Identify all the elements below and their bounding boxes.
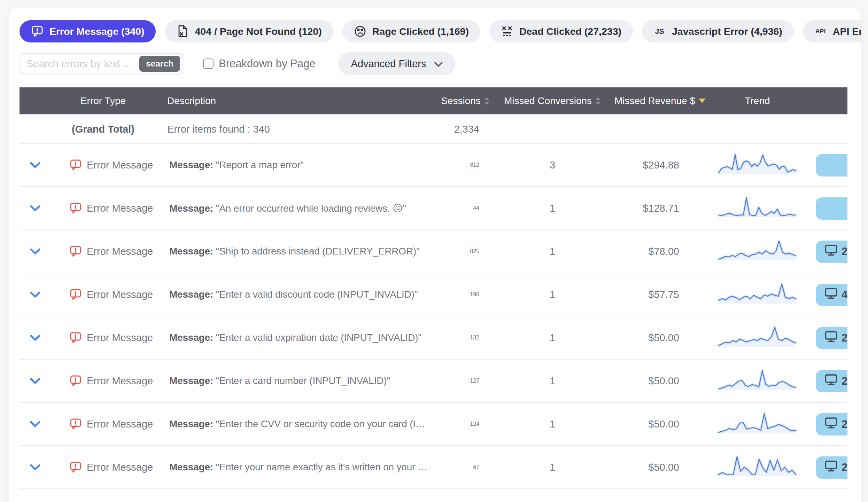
message-label: Message:: [169, 418, 213, 429]
message-text: "Enter a valid discount code (INPUT_INVA…: [216, 289, 418, 300]
expand-row-chevron-icon[interactable]: [30, 421, 41, 428]
filter-chip[interactable]: API API Error (7,598): [803, 20, 861, 42]
errors-table: Error Type Description Sessions Missed C…: [20, 87, 847, 489]
column-header-missed-conversions[interactable]: Missed Conversions: [504, 95, 601, 107]
error-description: Message: "Enter your name exactly as it’…: [155, 462, 431, 473]
expand-row-chevron-icon[interactable]: [30, 248, 41, 255]
trend-cell: [706, 187, 847, 229]
trend-sparkline: [717, 326, 797, 350]
error-type-label: Error Message: [87, 332, 153, 344]
table-controls: search Breakdown by Page Advanced Filter…: [20, 52, 861, 75]
message-text: "Enter your name exactly as it’s written…: [216, 462, 431, 472]
message-text: "Enter a card number (INPUT_INVALID)": [216, 375, 390, 386]
error-bubble-icon: [70, 289, 82, 300]
filter-chip[interactable]: 404 / Page Not Found (120): [165, 20, 333, 42]
column-header-missed-revenue[interactable]: Missed Revenue $: [614, 95, 706, 107]
sessions-value: 825: [470, 248, 500, 254]
device-share-percent: 24%: [842, 332, 847, 344]
error-bubble-icon: [70, 245, 82, 257]
message-label: Message:: [169, 159, 213, 170]
device-share-percent: 4: [842, 289, 847, 301]
breakdown-checkbox[interactable]: [203, 58, 214, 69]
missed-revenue-value: $50.00: [648, 332, 706, 344]
trend-cell: 25%: [706, 360, 847, 402]
expand-row-chevron-icon[interactable]: [30, 291, 41, 298]
sessions-value: 124: [470, 421, 500, 427]
missed-conversions-value: 1: [550, 203, 555, 214]
message-label: Message:: [169, 289, 213, 300]
missed-revenue-value: $78.00: [648, 246, 706, 257]
desktop-icon: [824, 287, 838, 303]
trend-cell: 25%: [706, 403, 847, 445]
device-share-badge: 24%: [816, 327, 847, 349]
error-bubble-icon: [70, 461, 82, 473]
sessions-value: 312: [470, 162, 500, 168]
sort-desc-icon: [699, 99, 706, 103]
error-type-label: Error Message: [87, 203, 153, 214]
device-share-badge: 4: [816, 284, 847, 306]
device-share-badge: 29%: [816, 241, 847, 263]
grand-total-sessions: 2,334: [454, 124, 500, 135]
advanced-filters-button[interactable]: Advanced Filters: [338, 52, 455, 75]
trend-sparkline: [717, 283, 797, 306]
expand-row-chevron-icon[interactable]: [30, 205, 41, 212]
filter-chip[interactable]: Dead Clicked (27,233): [489, 20, 633, 42]
filter-chip-label: 404 / Page Not Found (120): [195, 26, 321, 37]
grand-total-label: (Grand Total): [72, 124, 134, 135]
table-row: Error Message Message: "Report a map err…: [20, 144, 847, 187]
sessions-value: 44: [473, 205, 500, 211]
expand-row-chevron-icon[interactable]: [30, 162, 41, 168]
device-share-percent: 25%: [842, 418, 847, 431]
missed-revenue-value: $128.71: [643, 203, 706, 214]
chevron-down-icon: [434, 58, 443, 70]
errors-panel: Error Message (340) 404 / Page Not Found…: [9, 8, 861, 502]
expand-row-chevron-icon[interactable]: [30, 378, 41, 384]
expand-row-chevron-icon[interactable]: [30, 335, 41, 341]
table-row: Error Message Message: "Enter a valid ex…: [20, 316, 847, 360]
breakdown-by-page-toggle[interactable]: Breakdown by Page: [203, 57, 315, 70]
error-description: Message: "Enter the CVV or security code…: [155, 418, 431, 430]
grand-total-description: Error items found : 340: [155, 124, 431, 135]
error-description: Message: "Enter a valid discount code (I…: [155, 289, 431, 300]
filter-chip-label: Dead Clicked (27,233): [519, 26, 621, 37]
error-description: Message: "Report a map error": [155, 159, 431, 171]
trend-sparkline: [717, 196, 797, 220]
trend-cell: 4: [706, 273, 847, 316]
table-row: Error Message Message: "An error occurre…: [20, 187, 847, 230]
error-description: Message: "An error occurred while loadin…: [155, 203, 431, 214]
search-button[interactable]: search: [139, 56, 180, 72]
page-notfound-icon: [176, 25, 189, 38]
missed-conversions-value: 3: [550, 159, 555, 171]
desktop-icon: [824, 460, 838, 475]
expand-row-chevron-icon[interactable]: [30, 464, 41, 471]
error-filter-chips: Error Message (340) 404 / Page Not Found…: [20, 20, 861, 42]
missed-revenue-value: $50.00: [648, 418, 706, 430]
trend-sparkline: [717, 240, 797, 263]
filter-chip[interactable]: Error Message (340): [20, 20, 156, 42]
message-text: "An error occurred while loading reviews…: [216, 203, 406, 214]
table-row: Error Message Message: "Ship to address …: [20, 230, 847, 273]
error-bubble-icon: [70, 418, 82, 430]
column-header-sessions[interactable]: Sessions: [441, 95, 490, 107]
dead-click-icon: [501, 25, 513, 38]
message-label: Message:: [169, 246, 213, 257]
filter-chip[interactable]: JS Javascript Error (4,936): [642, 20, 794, 42]
filter-chip[interactable]: Rage Clicked (1,169): [342, 20, 480, 42]
table-header-row: Error Type Description Sessions Missed C…: [20, 87, 847, 115]
message-text: "Enter the CVV or security code on your …: [216, 418, 431, 429]
filter-chip-label: Rage Clicked (1,169): [372, 26, 469, 37]
error-bubble-icon: [70, 332, 82, 344]
missed-conversions-value: 1: [550, 332, 555, 344]
desktop-icon: [824, 330, 838, 346]
error-type-label: Error Message: [87, 418, 153, 430]
missed-conversions-value: 1: [550, 418, 555, 430]
device-share-badge: 25%: [816, 456, 847, 479]
sessions-value: 190: [470, 291, 500, 298]
rage-face-icon: [354, 25, 366, 38]
message-label: Message:: [169, 462, 213, 472]
table-row: Error Message Message: "Enter a card num…: [20, 360, 847, 403]
message-text: "Ship to address instead (DELIVERY_ERROR…: [216, 246, 420, 257]
error-bubble-icon: [70, 202, 82, 214]
table-body: Error Message Message: "Report a map err…: [20, 144, 847, 489]
message-text: "Report a map error": [216, 159, 304, 170]
